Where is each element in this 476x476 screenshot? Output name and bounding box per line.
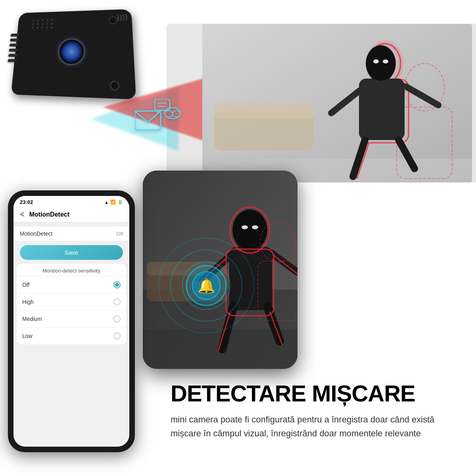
app-content: MotionDetect Off Save Montion-detect sen…	[13, 223, 129, 352]
top-section: ))))	[0, 0, 476, 190]
save-button[interactable]: Save	[20, 245, 123, 260]
right-phone-frame: 🔔	[143, 171, 298, 369]
option-off-label: Off	[22, 282, 29, 288]
heat-fins	[8, 34, 19, 62]
right-phone-container: 🔔	[143, 171, 301, 377]
battery-icon: 🔋	[117, 200, 123, 205]
wifi-icon: 📶	[110, 200, 116, 205]
option-low-label: Low	[22, 333, 33, 339]
left-phone-screen: 23:02 ▲ 📶 🔋 < MotionDetect MotionDetect	[13, 196, 129, 447]
svg-rect-21	[359, 79, 405, 140]
svg-point-41	[242, 225, 248, 229]
radio-off[interactable]	[113, 281, 121, 288]
motion-detect-label: MotionDetect	[20, 230, 52, 237]
option-medium-label: Medium	[22, 316, 42, 322]
sensitivity-section: Montion-detect sensitivity Off High Medi…	[17, 264, 126, 344]
motion-detect-value: Off	[116, 231, 123, 237]
sensitivity-medium[interactable]: Medium	[17, 311, 126, 328]
sound-wave-icon: ))))	[117, 13, 128, 21]
svg-point-28	[383, 60, 388, 63]
speaker-dots	[32, 19, 54, 29]
radio-high[interactable]	[113, 298, 121, 305]
svg-point-40	[233, 210, 267, 250]
sensitivity-off[interactable]: Off	[17, 276, 126, 294]
sensitivity-low[interactable]: Low	[17, 328, 126, 344]
right-phone-screen: 🔔	[143, 171, 298, 369]
svg-rect-10	[214, 103, 313, 119]
signal-icon: ▲	[104, 200, 109, 205]
svg-point-6	[165, 111, 173, 117]
notification-svg	[135, 99, 182, 139]
svg-text:🔔: 🔔	[198, 277, 215, 294]
nav-title: MotionDetect	[29, 211, 69, 218]
burglar-svg	[202, 24, 472, 182]
sensitivity-high[interactable]: High	[17, 294, 126, 311]
nav-bar: < MotionDetect	[13, 207, 129, 223]
bottom-section: 23:02 ▲ 📶 🔋 < MotionDetect MotionDetect	[0, 182, 476, 476]
status-icons: ▲ 📶 🔋	[104, 200, 123, 205]
phone-scene-svg: 🔔	[143, 171, 298, 369]
left-phone-frame: 23:02 ▲ 📶 🔋 < MotionDetect MotionDetect	[8, 190, 135, 452]
option-high-label: High	[22, 299, 34, 305]
burglar-scene	[202, 24, 472, 182]
description-text: mini camera poate fi configurată pentru …	[171, 413, 448, 440]
main-title: DETECTARE MIȘCARE	[171, 381, 448, 406]
text-section: DETECTARE MIȘCARE mini camera poate fi c…	[159, 373, 460, 448]
radio-low[interactable]	[113, 332, 121, 340]
ir-sensor-top	[108, 16, 117, 25]
svg-point-42	[252, 225, 258, 229]
svg-point-26	[367, 46, 395, 81]
back-button[interactable]: <	[20, 210, 25, 219]
camera-lens	[57, 38, 85, 65]
status-time: 23:02	[20, 199, 33, 205]
svg-point-7	[173, 111, 180, 117]
svg-rect-35	[229, 247, 272, 310]
notification-icons	[135, 99, 182, 140]
left-phone-container: 23:02 ▲ 📶 🔋 < MotionDetect MotionDetect	[8, 190, 143, 468]
svg-point-27	[373, 60, 379, 63]
phone-scene: 🔔	[143, 171, 298, 369]
motion-detect-row: MotionDetect Off	[13, 226, 129, 241]
radio-medium[interactable]	[113, 315, 121, 322]
sensitivity-title: Montion-detect sensitivity	[17, 264, 126, 276]
status-bar: 23:02 ▲ 📶 🔋	[13, 196, 129, 207]
